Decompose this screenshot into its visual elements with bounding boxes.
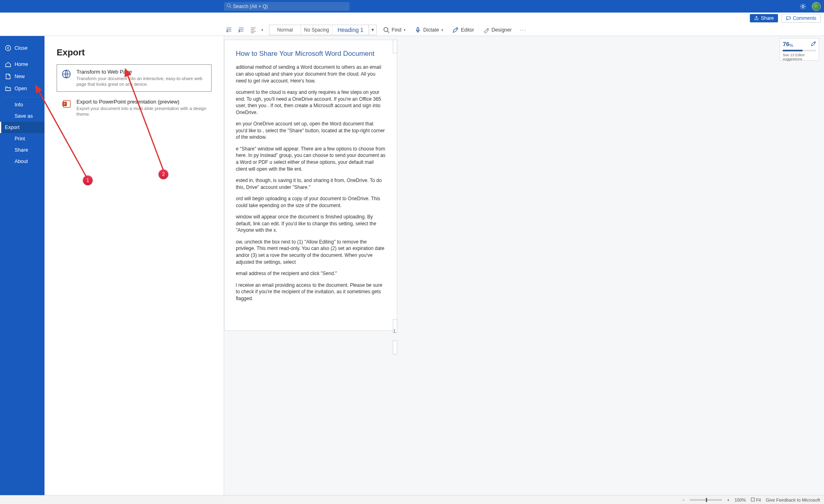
more-commands-icon[interactable]: ··· <box>518 25 528 35</box>
backstage-close[interactable]: Close <box>0 42 44 54</box>
backstage-info[interactable]: Info <box>0 99 44 110</box>
editor-button[interactable]: Editor <box>450 27 477 33</box>
fit-button[interactable]: Fit <box>751 498 761 502</box>
editor-suggestions-text: See 13 Editor suggestions <box>783 53 816 61</box>
export-panel: Export Transform to Web Page Transform y… <box>44 36 224 495</box>
editor-score-value: 76% <box>783 40 793 47</box>
dictate-button[interactable]: Dictate ▾ <box>412 27 446 33</box>
feedback-link[interactable]: Give Feedback to Microsoft <box>766 498 820 502</box>
fit-icon <box>751 498 755 502</box>
backstage-saveas[interactable]: Save as <box>0 110 44 122</box>
find-icon <box>383 27 390 33</box>
backstage-print[interactable]: Print <box>0 133 44 144</box>
svg-rect-13 <box>751 498 754 501</box>
settings-icon[interactable] <box>800 3 806 10</box>
svg-rect-5 <box>417 28 419 31</box>
svg-point-0 <box>227 4 231 7</box>
share-label: Share <box>15 147 28 153</box>
backstage-export[interactable]: Export <box>0 122 44 133</box>
style-normal[interactable]: Normal <box>269 25 301 35</box>
backstage-new[interactable]: New <box>0 70 44 83</box>
editor-label: Editor <box>461 27 474 33</box>
new-label: New <box>15 74 25 79</box>
doc-para: aditional method of sending a Word docum… <box>236 64 386 84</box>
designer-icon <box>483 27 489 33</box>
svg-point-3 <box>384 28 388 32</box>
comments-button[interactable]: Comments <box>782 14 821 23</box>
close-label: Close <box>15 45 28 51</box>
svg-text:P: P <box>64 102 66 106</box>
style-no-spacing[interactable]: No Spacing <box>301 25 333 35</box>
styles-gallery: Normal No Spacing Heading 1 ▾ <box>269 25 377 35</box>
editor-pen-icon <box>811 41 816 47</box>
share-button-label: Share <box>761 15 774 21</box>
home-label: Home <box>15 61 28 67</box>
share-button[interactable]: Share <box>750 14 778 23</box>
export-transform-webpage[interactable]: Transform to Web Page Transform your doc… <box>57 64 212 92</box>
backstage-about[interactable]: About <box>0 156 44 167</box>
align-icon[interactable] <box>249 26 257 34</box>
share-icon <box>754 16 759 21</box>
decrease-indent-icon[interactable] <box>225 26 233 34</box>
document-page[interactable]: How to Share Your Microsoft Word Documen… <box>224 40 397 331</box>
doc-para: window will appear once the document is … <box>236 214 386 234</box>
doc-heading: How to Share Your Microsoft Word Documen… <box>236 49 386 58</box>
open-folder-icon <box>5 85 11 92</box>
zoom-level[interactable]: 100% <box>735 498 746 502</box>
thumbnail-page[interactable] <box>393 341 397 354</box>
about-label: About <box>15 159 28 164</box>
zoom-out-icon[interactable]: − <box>682 498 685 502</box>
ribbon: ▾ Normal No Spacing Heading 1 ▾ Find ▾ D… <box>0 24 824 36</box>
export-opt1-title: Transform to Web Page <box>76 69 207 75</box>
back-arrow-icon <box>5 45 11 51</box>
svg-line-4 <box>388 31 389 33</box>
doc-para: l receive an email providing access to t… <box>236 282 386 302</box>
find-label: Find <box>392 27 401 33</box>
doc-para: email address of the recipient and click… <box>236 270 386 277</box>
powerpoint-icon: P <box>61 99 72 109</box>
page-number: 1 <box>393 328 396 333</box>
share-comments-bar: Share Comments <box>0 13 824 24</box>
zoom-slider[interactable] <box>690 499 722 501</box>
editor-pen-icon <box>452 27 459 33</box>
home-icon <box>5 61 11 68</box>
microphone-icon <box>415 27 421 33</box>
editor-score-widget[interactable]: 76% See 13 Editor suggestions <box>780 38 819 61</box>
search-box[interactable]: Search (Alt + Q) <box>224 2 350 11</box>
doc-para: ested in, though, is saving it to, and s… <box>236 177 386 191</box>
backstage-view: Close Home New Open <box>0 36 224 495</box>
export-opt2-desc: Export your document into a multi-slide … <box>76 106 207 117</box>
style-heading1[interactable]: Heading 1 <box>333 25 369 35</box>
user-avatar[interactable] <box>812 2 821 11</box>
comments-button-label: Comments <box>793 15 816 21</box>
svg-line-1 <box>230 6 231 8</box>
search-icon <box>227 3 231 9</box>
export-opt2-title: Export to PowerPoint presentation (previ… <box>76 99 207 105</box>
comment-icon <box>786 16 791 21</box>
print-label: Print <box>15 136 25 142</box>
info-label: Info <box>15 102 23 108</box>
zoom-in-icon[interactable]: + <box>727 498 729 502</box>
doc-para: ord will begin uploading a copy of your … <box>236 195 386 209</box>
svg-point-6 <box>6 46 11 51</box>
styles-expand-icon[interactable]: ▾ <box>369 25 376 35</box>
editor-score-bar <box>783 50 816 51</box>
doc-para: e "Share" window will appear. There are … <box>236 146 386 172</box>
webpage-icon <box>61 69 72 79</box>
doc-para: en your OneDrive account set up, open th… <box>236 121 386 141</box>
export-label: Export <box>5 125 19 130</box>
doc-para: ocument to the cloud is easy and only re… <box>236 89 386 116</box>
doc-para: ow, uncheck the box next to (1) "Allow E… <box>236 239 386 265</box>
backstage-share[interactable]: Share <box>0 144 44 156</box>
saveas-label: Save as <box>15 113 33 119</box>
thumbnail-page[interactable] <box>393 40 397 53</box>
backstage-home[interactable]: Home <box>0 58 44 70</box>
find-button[interactable]: Find ▾ <box>381 27 408 33</box>
designer-button[interactable]: Designer <box>481 27 514 33</box>
document-canvas: How to Share Your Microsoft Word Documen… <box>0 36 824 495</box>
search-placeholder-text: Search (Alt + Q) <box>233 4 268 9</box>
backstage-open[interactable]: Open <box>0 83 44 95</box>
export-to-powerpoint[interactable]: P Export to PowerPoint presentation (pre… <box>57 94 212 122</box>
export-panel-title: Export <box>57 47 212 58</box>
increase-indent-icon[interactable] <box>237 26 245 34</box>
